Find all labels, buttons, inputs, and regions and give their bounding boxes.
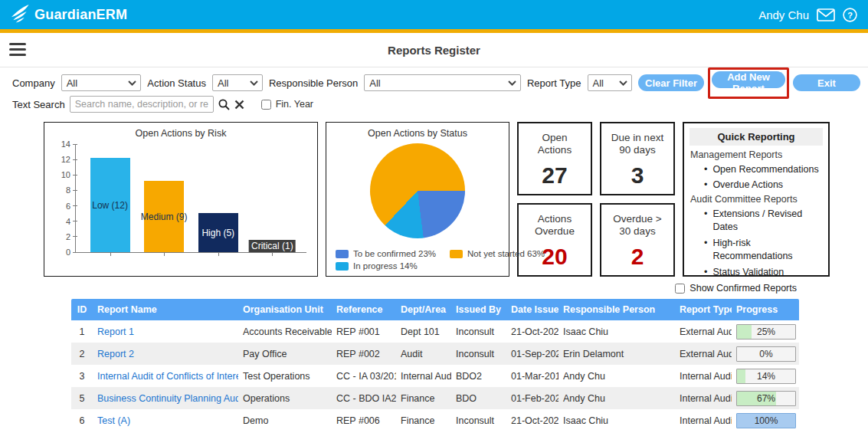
table-row: 1Report 1Accounts ReceivableREP #001Dept… [71,320,799,343]
column-header[interactable]: ID [71,304,93,315]
chevron-down-icon [619,80,627,86]
bar-label: Medium (9) [139,211,190,223]
hamburger-menu-icon[interactable] [9,43,26,59]
report-type-cell: Internal Audit [675,415,732,426]
current-user[interactable]: Andy Chu [758,8,809,21]
bullet-icon: • [704,163,707,177]
quick-report-link[interactable]: •Status Validation [684,264,828,277]
progress-value: 100% [737,414,795,428]
stat-card-value: 3 [601,162,673,189]
responsible-person-cell: Erin Delamont [558,349,675,359]
column-header[interactable]: Date Issued [506,304,558,315]
company-select[interactable]: All [61,74,142,91]
column-header[interactable]: Dept/Area [396,304,451,315]
action-status-select[interactable]: All [212,74,263,91]
legend-swatch [336,250,349,258]
responsible-person-select[interactable]: All [364,74,521,91]
help-icon[interactable]: ? [843,8,857,22]
quick-report-link[interactable]: •Extensions / Revised Dates [684,206,828,235]
report-link[interactable]: Report 1 [97,326,134,337]
legend-swatch [336,262,349,271]
quick-report-link[interactable]: •Overdue Actions [684,178,828,194]
add-new-report-button[interactable]: Add New Report [712,71,785,88]
report-link[interactable]: Test (A) [97,415,130,426]
issued-by-cell: BDO2 [451,371,506,382]
legend-item: In progress 14% [336,261,436,271]
reference-cell: CC - BDO IA21 [332,393,396,404]
issued-by-cell: BDO [451,393,506,404]
clear-search-icon[interactable] [234,100,244,110]
bar-label: Low (12) [90,199,130,212]
quick-report-label: Extensions / Revised Dates [712,208,827,235]
quick-reporting-title: Quick Reporting [689,128,823,146]
column-header[interactable]: Report Type [675,304,732,315]
legend-swatch [450,250,463,258]
id-cell: 3 [71,371,93,382]
company-label: Company [12,77,55,89]
fin-year-checkbox[interactable] [261,100,271,110]
chevron-down-icon [508,80,516,86]
legend-label: To be confirmed 23% [353,249,436,258]
progress-cell: 100% [732,413,799,428]
column-header[interactable]: Issued By [451,304,506,315]
progress-bar: 25% [736,324,796,340]
column-header[interactable]: Organisation Unit [238,304,332,315]
bullet-icon: • [704,208,707,235]
bar-low: Low (12) [90,158,130,252]
quick-report-link[interactable]: •High-risk Recommendations [684,235,828,264]
chevron-down-icon [250,80,258,86]
report-type-cell: Internal Audit [675,393,732,404]
table-row: 5Business Continuity Planning AuditOpera… [71,387,799,409]
mail-icon[interactable] [817,8,835,21]
progress-cell: 25% [732,324,799,340]
id-cell: 5 [71,393,93,404]
search-icon[interactable] [218,99,230,110]
brand-logo: GuardianERM [11,4,127,26]
column-header[interactable]: Reference [332,304,396,315]
organisation-unit-cell: Operations [238,393,332,404]
issued-by-cell: Inconsult [451,326,506,337]
stat-card: Overdue >30 days2 [600,203,675,277]
column-header[interactable]: Report Name [93,304,238,315]
show-confirmed-checkbox[interactable] [675,284,685,294]
y-axis-tick-label: 2 [66,232,70,241]
svg-text:?: ? [847,10,853,19]
progress-value: 25% [737,325,795,340]
column-header[interactable]: Responsible Person [558,304,675,315]
bullet-icon: • [704,179,707,192]
page-title: Reports Register [0,33,868,67]
report-type-cell: External Audit [675,349,732,359]
quick-report-label: Open Recommendations [712,163,818,177]
exit-button[interactable]: Exit [793,74,860,91]
responsible-person-cell: Isaac Chiu [558,415,675,426]
reference-cell: REP #006 [332,415,396,426]
report-link[interactable]: Internal Audit of Conflicts of Interest [97,371,238,382]
organisation-unit-cell: Accounts Receivable [238,326,332,337]
progress-bar: 100% [736,413,796,428]
quick-report-link[interactable]: •Open Recommendations [684,162,828,178]
report-link[interactable]: Report 2 [97,349,134,359]
reference-cell: REP #002 [332,349,396,359]
bar-label: High (5) [199,227,237,239]
bullet-icon: • [704,266,707,277]
legend-label: Not yet started 63% [467,249,545,258]
date-issued-cell: 01-Sep-2025 [506,349,558,359]
progress-value: 0% [737,347,795,362]
progress-cell: 67% [732,391,799,406]
table-row: 2Report 2Pay OfficeREP #002AuditInconsul… [71,343,799,365]
stat-card-label: OpenActions [519,132,591,157]
dept-area-cell: Dept 101 [396,326,451,337]
clear-filter-button[interactable]: Clear Filter [638,74,704,91]
filter-bar: Company All Action Status All Responsibl… [0,67,868,115]
report-name-cell: Business Continuity Planning Audit [93,393,238,404]
bar-chart-plot: 02468101214 Low (12)Medium (9)High (5)Cr… [75,144,306,253]
highlight-annotation: Add New Report [708,67,789,99]
issued-by-cell: Inconsult [451,349,506,359]
table-row: 3Internal Audit of Conflicts of Interest… [71,365,799,387]
title-row: Reports Register [0,33,868,67]
report-link[interactable]: Business Continuity Planning Audit [97,393,238,404]
y-axis-tick-label: 12 [61,155,70,164]
search-input[interactable] [70,96,214,113]
column-header[interactable]: Progress [732,304,799,315]
report-type-select[interactable]: All [588,74,632,91]
